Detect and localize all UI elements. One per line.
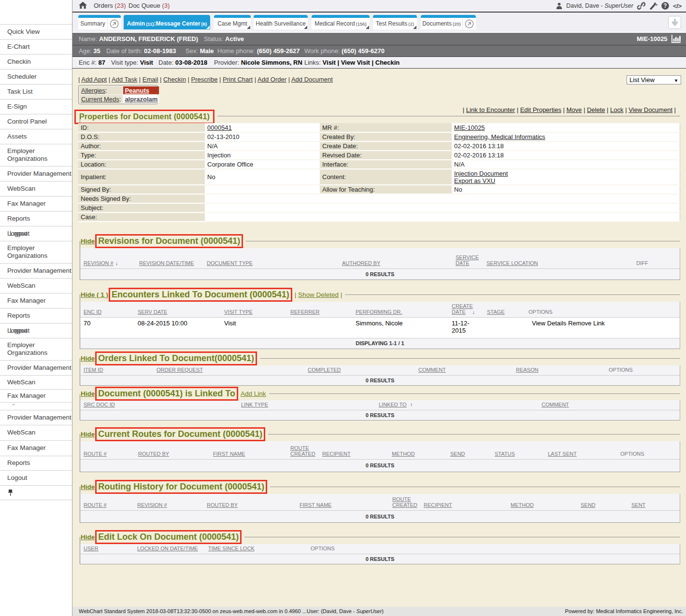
svg-text:?: ? [663, 2, 667, 9]
